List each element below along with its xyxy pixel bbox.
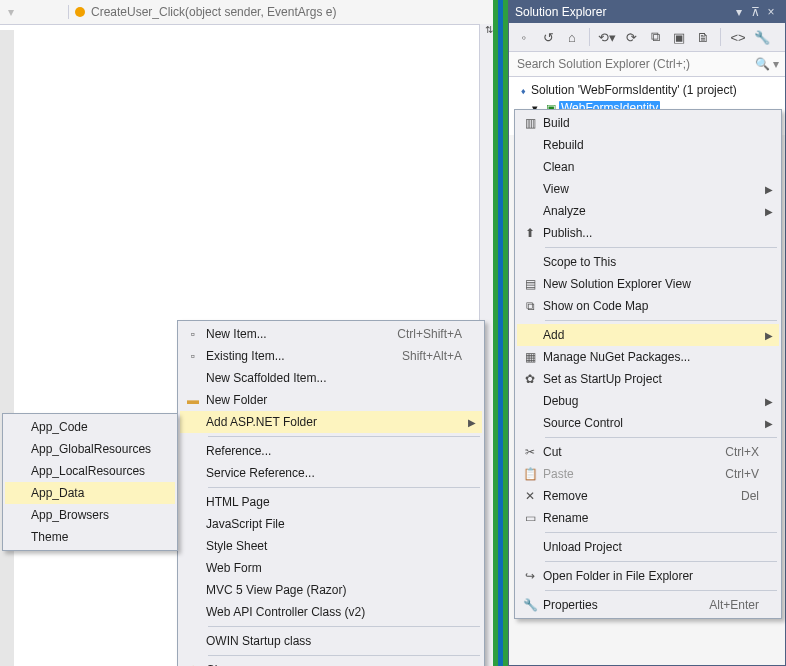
menu-aspnet-folder[interactable]: Add ASP.NET Folder▶ bbox=[180, 411, 482, 433]
menu-source-control[interactable]: Source Control▶ bbox=[517, 412, 779, 434]
chevron-right-icon: ▶ bbox=[765, 330, 773, 341]
menu-rebuild[interactable]: Rebuild bbox=[517, 134, 779, 156]
menu-webapi[interactable]: Web API Controller Class (v2) bbox=[180, 601, 482, 623]
menu-app-data[interactable]: App_Data bbox=[5, 482, 175, 504]
solution-icon: ⬧ bbox=[515, 84, 531, 96]
dropdown-icon[interactable]: ▾ bbox=[731, 5, 747, 19]
solution-explorer-toolbar: ◦ ↺ ⌂ ⟲▾ ⟳ ⧉ ▣ 🗎 <> 🔧 bbox=[509, 23, 785, 52]
nuget-icon: ▦ bbox=[517, 350, 543, 364]
collapse-icon[interactable]: ⧉ bbox=[646, 28, 664, 46]
folder-icon: ▬ bbox=[180, 393, 206, 407]
gear-icon: ✿ bbox=[517, 372, 543, 386]
menu-new-folder[interactable]: ▬New Folder bbox=[180, 389, 482, 411]
menu-nuget[interactable]: ▦Manage NuGet Packages... bbox=[517, 346, 779, 368]
menu-remove[interactable]: ✕RemoveDel bbox=[517, 485, 779, 507]
menu-cut[interactable]: ✂CutCtrl+X bbox=[517, 441, 779, 463]
menu-owin[interactable]: OWIN Startup class bbox=[180, 630, 482, 652]
menu-service-ref[interactable]: Service Reference... bbox=[180, 462, 482, 484]
home-icon[interactable]: ⌂ bbox=[563, 28, 581, 46]
menu-add[interactable]: Add▶ bbox=[517, 324, 779, 346]
publish-icon: ⬆ bbox=[517, 226, 543, 240]
menu-style-sheet[interactable]: Style Sheet bbox=[180, 535, 482, 557]
pin-icon[interactable]: ⊼ bbox=[747, 5, 763, 19]
paste-icon: 📋 bbox=[517, 467, 543, 481]
solution-node[interactable]: ⬧ Solution 'WebFormsIdentity' (1 project… bbox=[513, 81, 781, 99]
rename-icon: ▭ bbox=[517, 511, 543, 525]
wrench-icon: 🔧 bbox=[517, 598, 543, 612]
menu-build[interactable]: ▥Build bbox=[517, 112, 779, 134]
existing-item-icon: ▫ bbox=[180, 349, 206, 363]
menu-app-code[interactable]: App_Code bbox=[5, 416, 175, 438]
build-icon: ▥ bbox=[517, 116, 543, 130]
menu-app-browsers[interactable]: App_Browsers bbox=[5, 504, 175, 526]
menu-scaffolded[interactable]: New Scaffolded Item... bbox=[180, 367, 482, 389]
menu-new-se-view[interactable]: ▤New Solution Explorer View bbox=[517, 273, 779, 295]
solution-explorer-titlebar[interactable]: Solution Explorer ▾ ⊼ × bbox=[509, 1, 785, 23]
panel-title: Solution Explorer bbox=[515, 5, 606, 19]
preview-icon[interactable]: 🗎 bbox=[694, 28, 712, 46]
menu-view[interactable]: View▶ bbox=[517, 178, 779, 200]
menu-clean[interactable]: Clean bbox=[517, 156, 779, 178]
menu-app-localres[interactable]: App_LocalResources bbox=[5, 460, 175, 482]
chevron-right-icon: ▶ bbox=[765, 396, 773, 407]
member-name: CreateUser_Click(object sender, EventArg… bbox=[91, 5, 336, 19]
menu-startup[interactable]: ✿Set as StartUp Project bbox=[517, 368, 779, 390]
remove-icon: ✕ bbox=[517, 489, 543, 503]
sync-icon[interactable]: ⟲▾ bbox=[598, 28, 616, 46]
menu-paste: 📋PasteCtrl+V bbox=[517, 463, 779, 485]
menu-open-folder[interactable]: ↪Open Folder in File Explorer bbox=[517, 565, 779, 587]
menu-theme[interactable]: Theme bbox=[5, 526, 175, 548]
menu-properties[interactable]: 🔧PropertiesAlt+Enter bbox=[517, 594, 779, 616]
close-icon[interactable]: × bbox=[763, 5, 779, 19]
menu-app-globalres[interactable]: App_GlobalResources bbox=[5, 438, 175, 460]
menu-html-page[interactable]: HTML Page bbox=[180, 491, 482, 513]
method-icon bbox=[75, 7, 85, 17]
menu-new-item[interactable]: ▫New Item...Ctrl+Shift+A bbox=[180, 323, 482, 345]
menu-web-form[interactable]: Web Form bbox=[180, 557, 482, 579]
menu-unload[interactable]: Unload Project bbox=[517, 536, 779, 558]
menu-debug[interactable]: Debug▶ bbox=[517, 390, 779, 412]
menu-codemap[interactable]: ⧉Show on Code Map bbox=[517, 295, 779, 317]
menu-mvc5[interactable]: MVC 5 View Page (Razor) bbox=[180, 579, 482, 601]
editor-gutter bbox=[0, 30, 14, 666]
code-icon[interactable]: <> bbox=[729, 28, 747, 46]
menu-publish[interactable]: ⬆Publish... bbox=[517, 222, 779, 244]
search-input[interactable] bbox=[515, 56, 751, 72]
menu-analyze[interactable]: Analyze▶ bbox=[517, 200, 779, 222]
search-icon[interactable]: 🔍 ▾ bbox=[755, 57, 779, 71]
solution-search[interactable]: 🔍 ▾ bbox=[509, 52, 785, 77]
menu-js-file[interactable]: JavaScript File bbox=[180, 513, 482, 535]
project-context-menu: ▥Build Rebuild Clean View▶ Analyze▶ ⬆Pub… bbox=[514, 109, 782, 619]
chevron-right-icon: ▶ bbox=[765, 418, 773, 429]
menu-class[interactable]: ✦Class... bbox=[180, 659, 482, 666]
menu-reference[interactable]: Reference... bbox=[180, 440, 482, 462]
window-icon: ▤ bbox=[517, 277, 543, 291]
chevron-right-icon: ▶ bbox=[765, 206, 773, 217]
chevron-right-icon: ▶ bbox=[468, 417, 476, 428]
aspnet-folder-submenu: App_Code App_GlobalResources App_LocalRe… bbox=[2, 413, 178, 551]
cut-icon: ✂ bbox=[517, 445, 543, 459]
forward-icon[interactable]: ↺ bbox=[539, 28, 557, 46]
back-icon[interactable]: ◦ bbox=[515, 28, 533, 46]
refresh-icon[interactable]: ⟳ bbox=[622, 28, 640, 46]
open-folder-icon: ↪ bbox=[517, 569, 543, 583]
new-item-icon: ▫ bbox=[180, 327, 206, 341]
menu-existing-item[interactable]: ▫Existing Item...Shift+Alt+A bbox=[180, 345, 482, 367]
show-all-icon[interactable]: ▣ bbox=[670, 28, 688, 46]
properties-icon[interactable]: 🔧 bbox=[753, 28, 771, 46]
menu-rename[interactable]: ▭Rename bbox=[517, 507, 779, 529]
solution-label: Solution 'WebFormsIdentity' (1 project) bbox=[531, 83, 737, 97]
menu-scope[interactable]: Scope to This bbox=[517, 251, 779, 273]
editor-member-dropdown[interactable]: ▾ CreateUser_Click(object sender, EventA… bbox=[0, 0, 498, 25]
add-submenu: ▫New Item...Ctrl+Shift+A ▫Existing Item.… bbox=[177, 320, 485, 666]
codemap-icon: ⧉ bbox=[517, 299, 543, 313]
chevron-right-icon: ▶ bbox=[765, 184, 773, 195]
